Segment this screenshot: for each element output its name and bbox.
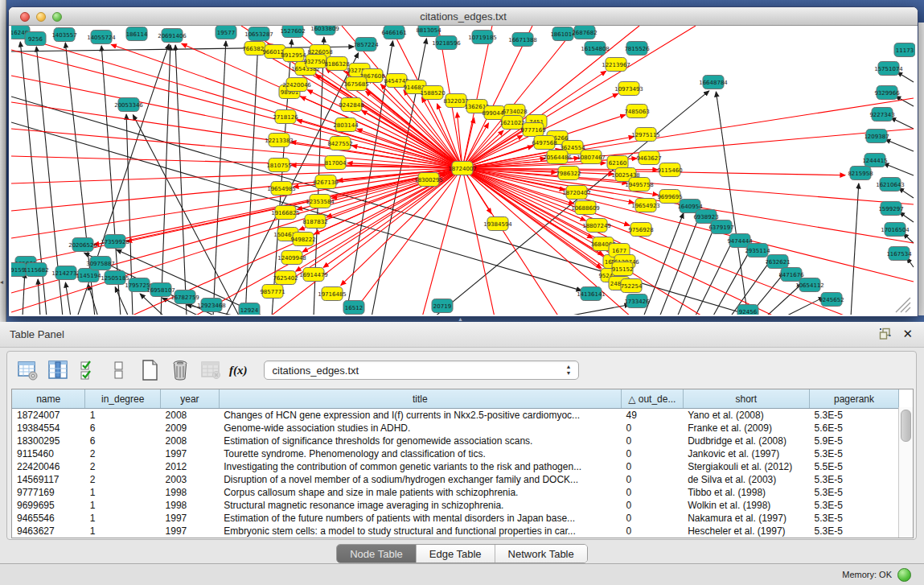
network-node[interactable]: 1145194	[76, 269, 101, 282]
network-node[interactable]: 1403557	[51, 28, 76, 42]
table-row[interactable]: 977716911998Corpus callosum shape and si…	[12, 486, 899, 499]
network-node[interactable]: 18720407	[562, 186, 591, 200]
network-node[interactable]: 9256	[25, 32, 46, 46]
network-node[interactable]: 6466161	[381, 26, 406, 39]
network-node[interactable]: 17359928	[101, 235, 129, 249]
network-node[interactable]: 8912954	[281, 48, 306, 62]
network-node[interactable]: 18807249	[582, 219, 611, 233]
network-node[interactable]: 3675685	[343, 77, 368, 91]
network-node[interactable]: 9857771	[260, 285, 285, 299]
column-header-out_de[interactable]: △ out_de...	[622, 389, 684, 409]
network-node[interactable]: 1527602	[280, 26, 305, 38]
network-node[interactable]: 15751074	[874, 62, 903, 76]
network-node[interactable]: 1599297	[878, 202, 903, 216]
network-node[interactable]: 19166825	[271, 206, 300, 220]
table-row[interactable]: 1456911722003Disruption of a novel membe…	[12, 473, 899, 486]
network-node[interactable]: 1115682	[23, 263, 48, 277]
network-node[interactable]: 8813054	[416, 26, 441, 37]
network-node[interactable]: 20053346	[114, 98, 143, 112]
network-node[interactable]: 10973493	[614, 82, 643, 96]
network-node[interactable]: 2935114	[745, 244, 770, 257]
clear-selection-icon[interactable]	[107, 358, 131, 382]
network-node[interactable]: 17016504	[881, 223, 910, 237]
table-settings-icon[interactable]	[15, 358, 39, 382]
network-node[interactable]: 9699695	[657, 190, 682, 204]
table-scrollbar[interactable]	[898, 407, 913, 538]
network-node[interactable]: 20564486	[543, 150, 572, 164]
tab-node-table[interactable]: Node Table	[337, 545, 417, 562]
network-node[interactable]: 1588520	[420, 86, 445, 100]
network-node[interactable]: 2687682	[572, 26, 597, 39]
network-node[interactable]: 12353584	[306, 195, 335, 208]
network-node[interactable]: 10719185	[468, 31, 497, 44]
network-node[interactable]: 9463627	[636, 151, 661, 165]
new-file-icon[interactable]	[138, 358, 162, 382]
network-node[interactable]: 9245652	[819, 293, 844, 307]
network-node[interactable]: 10654112	[795, 278, 824, 292]
network-node[interactable]: 10807467	[577, 150, 606, 164]
network-node[interactable]: 1244415	[862, 154, 887, 167]
network-node[interactable]: 10653287	[244, 27, 273, 41]
tab-edge-table[interactable]: Edge Table	[417, 545, 495, 562]
network-node[interactable]: 16914479	[299, 268, 328, 282]
network-node[interactable]: 9227343	[869, 108, 894, 122]
network-node[interactable]: 19654985	[267, 182, 296, 196]
network-node[interactable]: 817004	[325, 156, 347, 170]
citation-network-graph[interactable]: 1624892561403557140557241861142069140619…	[11, 26, 915, 315]
column-header-in_degree[interactable]: in_degree	[85, 389, 161, 409]
column-header-name[interactable]: name	[12, 389, 85, 409]
select-columns-icon[interactable]	[46, 358, 70, 382]
network-node[interactable]: 16648784	[699, 76, 728, 89]
column-header-title[interactable]: title	[219, 389, 621, 409]
network-node[interactable]: 8267130	[313, 175, 338, 189]
network-node[interactable]: 16671388	[508, 33, 537, 47]
network-node[interactable]: 1810755	[266, 159, 291, 172]
network-node[interactable]: 62160	[607, 156, 628, 170]
float-window-icon[interactable]	[879, 328, 892, 340]
network-node[interactable]: 12923468	[197, 299, 226, 312]
network-node[interactable]: 915152	[612, 262, 634, 276]
network-node[interactable]: 14136141	[577, 287, 606, 301]
column-header-year[interactable]: year	[161, 389, 220, 409]
network-node[interactable]: 7815526	[624, 42, 650, 56]
table-row[interactable]: 946554611997Estimation of the future num…	[12, 512, 899, 525]
network-node[interactable]: 16154808	[581, 42, 610, 56]
network-node[interactable]: 12213383	[265, 134, 294, 147]
network-node[interactable]: 22420046	[282, 78, 311, 92]
network-node[interactable]: 10688609	[571, 201, 600, 215]
network-node[interactable]: 19495758	[625, 178, 654, 192]
function-builder-icon[interactable]: f(x)	[229, 364, 248, 377]
network-node[interactable]: 7857224	[353, 38, 379, 51]
delete-table-disabled-icon[interactable]	[199, 358, 223, 382]
table-row[interactable]: 911546021997Tourette syndrome. Phenomeno…	[12, 447, 899, 460]
network-node[interactable]: 1733426	[624, 295, 650, 308]
column-header-pagerank[interactable]: pagerank	[810, 389, 899, 409]
network-node[interactable]: 6379197	[708, 220, 733, 234]
table-row[interactable]: 969969511998Structural magnetic resonanc…	[12, 499, 899, 512]
network-node[interactable]: 19716485	[318, 287, 347, 301]
network-node[interactable]: 9329966	[874, 86, 900, 100]
network-node[interactable]: 20691406	[158, 29, 187, 43]
network-node[interactable]: 19654923	[631, 199, 660, 212]
delete-trash-icon[interactable]	[168, 358, 192, 382]
network-node[interactable]: 18300295	[414, 173, 443, 187]
network-canvas[interactable]: 1624892561403557140557241861142069140619…	[11, 26, 915, 315]
column-header-short[interactable]: short	[683, 389, 809, 409]
network-node[interactable]: 92456	[737, 305, 758, 315]
network-node[interactable]: 16512	[343, 301, 364, 315]
network-node[interactable]: 7986322	[556, 167, 581, 180]
network-file-select[interactable]: citations_edges.txt ▲▼	[264, 360, 579, 380]
close-panel-icon[interactable]: ✕	[902, 327, 913, 341]
network-node[interactable]: 9777169	[520, 123, 545, 137]
network-node[interactable]: 19384594	[483, 217, 512, 231]
memory-status-indicator[interactable]	[897, 568, 911, 582]
network-node[interactable]: 1167534	[886, 247, 912, 261]
network-node[interactable]: 7485063	[624, 105, 649, 118]
network-node[interactable]: 20206526	[68, 238, 97, 252]
network-node[interactable]: 9115460	[657, 163, 682, 177]
network-node[interactable]: 30975887	[86, 257, 115, 270]
network-node[interactable]: 752254	[621, 279, 643, 293]
table-row[interactable]: 946362711997Embryonic stem cells: a mode…	[12, 525, 899, 538]
network-node[interactable]: 12409948	[277, 251, 306, 265]
table-row[interactable]: 1938455462009Genome-wide association stu…	[12, 422, 899, 435]
